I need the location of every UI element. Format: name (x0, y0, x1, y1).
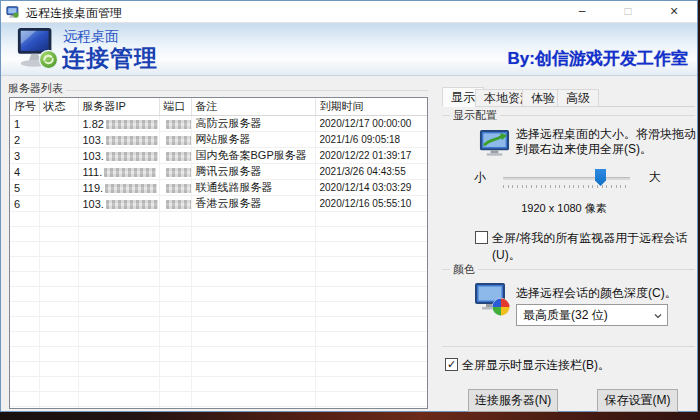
cell-status (39, 132, 78, 148)
cell-no: 1 (10, 116, 39, 132)
censored-ip (106, 136, 158, 145)
fullscreen-monitors-checkbox[interactable] (475, 231, 488, 244)
cell-ip: 103. (78, 196, 159, 212)
server-list-label: 服务器列表 (5, 81, 66, 96)
connection-bar-label: 全屏显示时显示连接栏(B)。 (462, 357, 610, 374)
cell-no: 4 (10, 164, 39, 180)
censored-port (166, 168, 192, 177)
cell-ip: 119. (78, 180, 159, 196)
column-header-status[interactable]: 状态 (39, 98, 78, 116)
cell-no: 3 (10, 148, 39, 164)
color-group-line (442, 269, 695, 270)
slider-max-label: 大 (649, 169, 661, 186)
column-header-port[interactable]: 端口 (159, 98, 191, 116)
connect-server-button[interactable]: 连接服务器(N) (468, 389, 558, 412)
cell-expire: 2020/12/17 00:00:00 (315, 116, 427, 132)
tab-advanced[interactable]: 高级 (557, 89, 599, 107)
column-header-note[interactable]: 备注 (191, 98, 315, 116)
section-separator (442, 346, 695, 347)
cell-status (39, 148, 78, 164)
cell-no: 6 (10, 196, 39, 212)
cell-expire: 2020/12/14 03:03:29 (315, 180, 427, 196)
cell-port (159, 164, 191, 180)
table-row[interactable]: 2 103. 网站服务器 2021/1/6 09:05:18 (10, 132, 427, 148)
table-row[interactable]: 4 111. 腾讯云服务器 2021/3/26 04:43:55 (10, 164, 427, 180)
connection-bar-checkbox[interactable]: ✓ (445, 358, 458, 371)
column-header-expire[interactable]: 到期时间 (315, 98, 427, 116)
server-list[interactable]: 序号 状态 服务器IP 端口 备注 到期时间 1 1.82 高防云服务器 (9, 97, 428, 409)
cell-note: 腾讯云服务器 (191, 164, 315, 180)
color-depth-description: 选择远程会话的颜色深度(C)。 (516, 285, 677, 302)
banner-byline: By:创信游戏开发工作室 (508, 47, 688, 70)
cell-expire: 2021/1/6 09:05:18 (315, 132, 427, 148)
app-icon (6, 5, 20, 19)
close-button[interactable]: × (651, 1, 697, 22)
censored-ip (106, 200, 158, 209)
table-header-row: 序号 状态 服务器IP 端口 备注 到期时间 (10, 98, 427, 116)
cell-note: 联通线路服务器 (191, 180, 315, 196)
display-size-description: 选择远程桌面的大小。将滑块拖动到最右边来使用全屏(S)。 (516, 127, 696, 157)
cell-status (39, 164, 78, 180)
size-slider-track[interactable] (503, 177, 630, 180)
desktop-background (0, 412, 700, 420)
cell-note: 香港云服务器 (191, 196, 315, 212)
table-row[interactable]: 6 103. 香港云服务器 2020/12/16 05:55:10 (10, 196, 427, 212)
save-settings-button[interactable]: 保存设置(M) (597, 389, 678, 412)
table-row[interactable]: 5 119. 联通线路服务器 2020/12/14 03:03:29 (10, 180, 427, 196)
slider-min-label: 小 (474, 169, 486, 186)
minimize-button[interactable]: – (559, 1, 605, 22)
cell-no: 2 (10, 132, 39, 148)
empty-rows-area (10, 212, 427, 408)
table-row[interactable]: 1 1.82 高防云服务器 2020/12/17 00:00:00 (10, 116, 427, 132)
cell-expire: 2020/12/22 01:39:17 (315, 148, 427, 164)
censored-port (166, 200, 192, 209)
color-group-label: 颜色 (450, 262, 478, 277)
screen: 远程连接桌面管理 – □ × (0, 0, 700, 420)
column-header-no[interactable]: 序号 (10, 98, 39, 116)
cell-ip: 1.82 (78, 116, 159, 132)
cell-note: 高防云服务器 (191, 116, 315, 132)
cell-port (159, 116, 191, 132)
app-banner: 远程桌面 连接管理 By:创信游戏开发工作室 (1, 23, 697, 76)
censored-ip (105, 184, 157, 193)
fullscreen-monitors-label: 全屏/将我的所有监视器用于远程会话(U)。 (492, 230, 697, 264)
banner-title: 连接管理 (62, 43, 158, 74)
title-bar[interactable]: 远程连接桌面管理 – □ × (1, 1, 697, 23)
cell-port (159, 148, 191, 164)
server-table: 序号 状态 服务器IP 端口 备注 到期时间 1 1.82 高防云服务器 (10, 98, 427, 212)
server-list-group-line (9, 90, 428, 91)
column-header-ip[interactable]: 服务器IP (78, 98, 159, 116)
cell-status (39, 196, 78, 212)
cell-port (159, 132, 191, 148)
table-row[interactable]: 3 103. 国内免备案BGP服务器 2020/12/22 01:39:17 (10, 148, 427, 164)
cell-expire: 2020/12/16 05:55:10 (315, 196, 427, 212)
censored-port (166, 120, 192, 129)
cell-note: 国内免备案BGP服务器 (191, 148, 315, 164)
cell-status (39, 116, 78, 132)
resolution-value: 1920 x 1080 像素 (460, 201, 668, 216)
cell-ip: 103. (78, 132, 159, 148)
cell-expire: 2021/3/26 04:43:55 (315, 164, 427, 180)
size-slider-thumb[interactable] (595, 169, 606, 186)
color-depth-value: 最高质量(32 位) (523, 308, 608, 322)
chevron-down-icon (654, 312, 662, 320)
censored-ip (106, 152, 158, 161)
color-depth-icon (473, 282, 511, 317)
display-size-icon (477, 129, 512, 161)
color-depth-select[interactable]: 最高质量(32 位) (516, 304, 668, 326)
censored-port (166, 184, 192, 193)
display-group-label: 显示配置 (450, 108, 500, 123)
window-title: 远程连接桌面管理 (26, 5, 122, 22)
size-slider-ticks (503, 185, 630, 188)
maximize-button[interactable]: □ (605, 1, 651, 22)
cell-note: 网站服务器 (191, 132, 315, 148)
censored-ip (106, 120, 158, 129)
cell-ip: 111. (78, 164, 159, 180)
cell-port (159, 180, 191, 196)
censored-port (166, 152, 192, 161)
censored-port (166, 136, 192, 145)
cell-ip: 103. (78, 148, 159, 164)
cell-port (159, 196, 191, 212)
cell-no: 5 (10, 180, 39, 196)
cell-status (39, 180, 78, 196)
